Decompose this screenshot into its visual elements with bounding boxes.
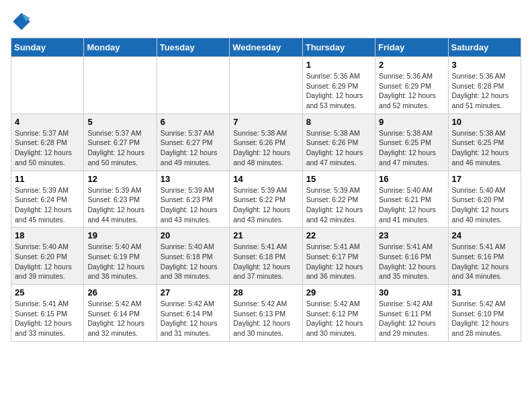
calendar-cell: 17Sunrise: 5:40 AM Sunset: 6:20 PM Dayli… — [448, 171, 521, 228]
day-info: Sunrise: 5:42 AM Sunset: 6:11 PM Dayligh… — [379, 299, 444, 338]
column-header-monday: Monday — [84, 38, 157, 57]
column-header-wednesday: Wednesday — [230, 38, 302, 57]
calendar-cell: 9Sunrise: 5:38 AM Sunset: 6:25 PM Daylig… — [375, 113, 448, 171]
calendar-cell: 22Sunrise: 5:41 AM Sunset: 6:17 PM Dayli… — [302, 228, 375, 285]
calendar-cell: 23Sunrise: 5:41 AM Sunset: 6:16 PM Dayli… — [375, 228, 448, 285]
week-row-3: 11Sunrise: 5:39 AM Sunset: 6:24 PM Dayli… — [11, 171, 521, 228]
day-number: 17 — [452, 174, 517, 184]
day-number: 26 — [87, 287, 152, 298]
day-info: Sunrise: 5:39 AM Sunset: 6:22 PM Dayligh… — [306, 185, 371, 225]
calendar-cell: 8Sunrise: 5:38 AM Sunset: 6:26 PM Daylig… — [302, 113, 375, 171]
calendar-cell — [157, 57, 229, 114]
calendar-cell: 4Sunrise: 5:37 AM Sunset: 6:28 PM Daylig… — [11, 113, 84, 171]
column-header-friday: Friday — [375, 38, 448, 57]
day-info: Sunrise: 5:39 AM Sunset: 6:23 PM Dayligh… — [161, 185, 226, 225]
calendar-cell: 7Sunrise: 5:38 AM Sunset: 6:26 PM Daylig… — [230, 113, 302, 171]
day-number: 25 — [15, 287, 80, 298]
calendar-cell: 25Sunrise: 5:41 AM Sunset: 6:15 PM Dayli… — [11, 285, 84, 342]
day-info: Sunrise: 5:39 AM Sunset: 6:23 PM Dayligh… — [87, 185, 152, 225]
day-number: 16 — [379, 174, 444, 184]
calendar-cell: 26Sunrise: 5:42 AM Sunset: 6:14 PM Dayli… — [84, 285, 157, 342]
day-number: 29 — [306, 287, 371, 298]
header — [11, 11, 521, 32]
day-info: Sunrise: 5:42 AM Sunset: 6:14 PM Dayligh… — [161, 299, 226, 338]
day-number: 9 — [379, 117, 444, 127]
day-info: Sunrise: 5:39 AM Sunset: 6:24 PM Dayligh… — [15, 185, 80, 225]
day-number: 21 — [233, 230, 298, 240]
calendar-cell: 13Sunrise: 5:39 AM Sunset: 6:23 PM Dayli… — [157, 171, 229, 228]
calendar-cell: 28Sunrise: 5:42 AM Sunset: 6:13 PM Dayli… — [230, 285, 302, 342]
day-info: Sunrise: 5:40 AM Sunset: 6:18 PM Dayligh… — [161, 242, 226, 281]
calendar-cell — [11, 57, 84, 114]
day-info: Sunrise: 5:42 AM Sunset: 6:14 PM Dayligh… — [87, 299, 152, 338]
calendar-cell — [84, 57, 157, 114]
day-number: 10 — [452, 117, 517, 127]
calendar-cell: 2Sunrise: 5:36 AM Sunset: 6:29 PM Daylig… — [375, 57, 448, 114]
calendar-cell: 3Sunrise: 5:36 AM Sunset: 6:28 PM Daylig… — [448, 57, 521, 114]
day-number: 13 — [161, 174, 226, 184]
calendar-cell: 27Sunrise: 5:42 AM Sunset: 6:14 PM Dayli… — [157, 285, 229, 342]
day-number: 30 — [379, 287, 444, 298]
day-info: Sunrise: 5:38 AM Sunset: 6:26 PM Dayligh… — [233, 128, 298, 168]
day-info: Sunrise: 5:40 AM Sunset: 6:20 PM Dayligh… — [452, 185, 517, 225]
calendar-cell: 14Sunrise: 5:39 AM Sunset: 6:22 PM Dayli… — [230, 171, 302, 228]
day-info: Sunrise: 5:38 AM Sunset: 6:25 PM Dayligh… — [452, 128, 517, 168]
day-info: Sunrise: 5:41 AM Sunset: 6:16 PM Dayligh… — [452, 242, 517, 281]
calendar-cell: 12Sunrise: 5:39 AM Sunset: 6:23 PM Dayli… — [84, 171, 157, 228]
day-info: Sunrise: 5:36 AM Sunset: 6:28 PM Dayligh… — [452, 71, 517, 111]
day-info: Sunrise: 5:41 AM Sunset: 6:18 PM Dayligh… — [233, 242, 298, 281]
day-info: Sunrise: 5:41 AM Sunset: 6:15 PM Dayligh… — [15, 299, 80, 338]
day-number: 12 — [87, 174, 152, 184]
calendar-cell: 16Sunrise: 5:40 AM Sunset: 6:21 PM Dayli… — [375, 171, 448, 228]
day-number: 28 — [233, 287, 298, 298]
day-info: Sunrise: 5:40 AM Sunset: 6:21 PM Dayligh… — [379, 185, 444, 225]
column-header-thursday: Thursday — [302, 38, 375, 57]
week-row-1: 1Sunrise: 5:36 AM Sunset: 6:29 PM Daylig… — [11, 57, 521, 114]
day-info: Sunrise: 5:37 AM Sunset: 6:27 PM Dayligh… — [161, 128, 226, 168]
day-info: Sunrise: 5:41 AM Sunset: 6:16 PM Dayligh… — [379, 242, 444, 281]
day-info: Sunrise: 5:39 AM Sunset: 6:22 PM Dayligh… — [233, 185, 298, 225]
day-number: 19 — [87, 230, 152, 240]
calendar-cell: 10Sunrise: 5:38 AM Sunset: 6:25 PM Dayli… — [448, 113, 521, 171]
day-info: Sunrise: 5:41 AM Sunset: 6:17 PM Dayligh… — [306, 242, 371, 281]
week-row-5: 25Sunrise: 5:41 AM Sunset: 6:15 PM Dayli… — [11, 285, 521, 342]
day-info: Sunrise: 5:38 AM Sunset: 6:25 PM Dayligh… — [379, 128, 444, 168]
day-number: 14 — [233, 174, 298, 184]
day-number: 5 — [87, 117, 152, 127]
calendar-cell: 24Sunrise: 5:41 AM Sunset: 6:16 PM Dayli… — [448, 228, 521, 285]
column-header-tuesday: Tuesday — [157, 38, 229, 57]
calendar-cell: 5Sunrise: 5:37 AM Sunset: 6:27 PM Daylig… — [84, 113, 157, 171]
calendar-header-row: SundayMondayTuesdayWednesdayThursdayFrid… — [11, 38, 521, 57]
day-number: 18 — [15, 230, 80, 240]
calendar-body: 1Sunrise: 5:36 AM Sunset: 6:29 PM Daylig… — [11, 57, 521, 342]
day-info: Sunrise: 5:37 AM Sunset: 6:27 PM Dayligh… — [87, 128, 152, 168]
svg-marker-0 — [13, 13, 30, 30]
day-info: Sunrise: 5:42 AM Sunset: 6:13 PM Dayligh… — [233, 299, 298, 338]
day-number: 7 — [233, 117, 298, 127]
day-number: 20 — [161, 230, 226, 240]
day-number: 31 — [452, 287, 517, 298]
week-row-2: 4Sunrise: 5:37 AM Sunset: 6:28 PM Daylig… — [11, 113, 521, 171]
day-number: 22 — [306, 230, 371, 240]
calendar-cell: 15Sunrise: 5:39 AM Sunset: 6:22 PM Dayli… — [302, 171, 375, 228]
calendar-cell: 1Sunrise: 5:36 AM Sunset: 6:29 PM Daylig… — [302, 57, 375, 114]
day-number: 3 — [452, 60, 517, 70]
day-number: 6 — [161, 117, 226, 127]
calendar-cell: 6Sunrise: 5:37 AM Sunset: 6:27 PM Daylig… — [157, 113, 229, 171]
day-number: 8 — [306, 117, 371, 127]
calendar-cell — [230, 57, 302, 114]
calendar-cell: 31Sunrise: 5:42 AM Sunset: 6:10 PM Dayli… — [448, 285, 521, 342]
day-info: Sunrise: 5:42 AM Sunset: 6:10 PM Dayligh… — [452, 299, 517, 338]
day-number: 11 — [15, 174, 80, 184]
day-info: Sunrise: 5:36 AM Sunset: 6:29 PM Dayligh… — [379, 71, 444, 111]
day-number: 24 — [452, 230, 517, 240]
calendar-cell: 19Sunrise: 5:40 AM Sunset: 6:19 PM Dayli… — [84, 228, 157, 285]
day-number: 15 — [306, 174, 371, 184]
day-info: Sunrise: 5:40 AM Sunset: 6:19 PM Dayligh… — [87, 242, 152, 281]
calendar-table: SundayMondayTuesdayWednesdayThursdayFrid… — [11, 38, 521, 342]
day-number: 4 — [15, 117, 80, 127]
day-number: 23 — [379, 230, 444, 240]
day-info: Sunrise: 5:42 AM Sunset: 6:12 PM Dayligh… — [306, 299, 371, 338]
calendar-cell: 20Sunrise: 5:40 AM Sunset: 6:18 PM Dayli… — [157, 228, 229, 285]
day-number: 27 — [161, 287, 226, 298]
